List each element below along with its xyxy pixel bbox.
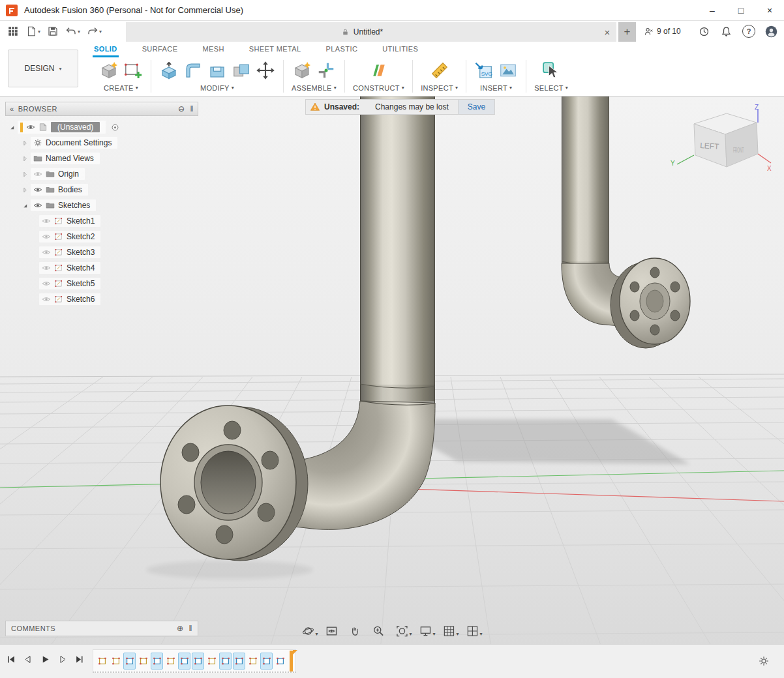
browser-header[interactable]: « BROWSER ⊖ ‖ xyxy=(5,102,198,116)
create-sketch-icon[interactable] xyxy=(123,61,143,80)
create-menu[interactable]: CREATE▾ xyxy=(104,84,138,92)
new-document-tab-button[interactable]: + xyxy=(618,22,636,42)
tab-surface[interactable]: SURFACE xyxy=(141,42,179,57)
measure-icon[interactable] xyxy=(430,61,449,80)
grid-settings[interactable]: ▾ xyxy=(443,625,459,638)
redo-button[interactable]: ▾ xyxy=(85,23,104,40)
view-cube[interactable]: LEFT FRONT Z Y X xyxy=(669,104,774,177)
eye-off-icon[interactable] xyxy=(42,295,51,304)
select-menu[interactable]: SELECT▾ xyxy=(534,84,568,92)
expand-closed-icon[interactable] xyxy=(21,186,29,194)
eye-off-icon[interactable] xyxy=(42,263,51,273)
tab-sheet-metal[interactable]: SHEET METAL xyxy=(248,42,303,57)
expand-open-icon[interactable] xyxy=(8,123,16,132)
timeline-feature[interactable] xyxy=(192,653,204,670)
timeline-track[interactable] xyxy=(93,649,296,673)
tree-root-row[interactable]: (Unsaved) xyxy=(5,119,198,135)
expand-closed-icon[interactable] xyxy=(21,170,29,179)
tab-plastic[interactable]: PLASTIC xyxy=(325,42,359,57)
timeline-feature[interactable] xyxy=(247,653,259,670)
timeline-feature[interactable] xyxy=(205,653,218,670)
comments-panel[interactable]: COMMENTS ⊕ ‖ xyxy=(5,621,198,636)
tree-row-origin[interactable]: Origin xyxy=(5,166,198,182)
go-to-start-button[interactable] xyxy=(7,655,16,664)
panel-minimize-icon[interactable]: ⊖ xyxy=(178,104,185,113)
undo-button[interactable]: ▾ xyxy=(63,23,82,40)
activate-component-icon[interactable] xyxy=(110,123,120,132)
pan-tool[interactable]: ▾ xyxy=(348,625,365,638)
modify-menu[interactable]: MODIFY▾ xyxy=(200,84,234,92)
eye-off-icon[interactable] xyxy=(42,232,51,241)
tab-mesh[interactable]: MESH xyxy=(201,42,225,57)
move-copy-icon[interactable] xyxy=(256,61,275,80)
tab-solid[interactable]: SOLID xyxy=(93,42,119,57)
timeline-feature[interactable] xyxy=(178,653,190,670)
timeline-options-gear-icon[interactable] xyxy=(758,655,770,667)
timeline-feature[interactable] xyxy=(274,653,286,670)
tree-row-named-views[interactable]: Named Views xyxy=(5,151,198,166)
combine-icon[interactable] xyxy=(232,61,251,80)
recent-activity-icon[interactable] xyxy=(698,25,710,38)
help-button[interactable]: ? xyxy=(742,25,755,38)
comments-expand-icon[interactable]: ⊕ xyxy=(177,624,184,633)
collapse-panel-icon[interactable]: « xyxy=(10,105,14,113)
tree-row-document-settings[interactable]: Document Settings xyxy=(5,135,198,151)
timeline-feature[interactable] xyxy=(164,653,177,670)
timeline-feature[interactable] xyxy=(260,653,273,670)
construction-plane-icon[interactable] xyxy=(369,61,389,80)
new-component-icon[interactable] xyxy=(99,61,119,80)
minimize-button[interactable]: – xyxy=(698,0,727,20)
timeline-feature[interactable] xyxy=(110,653,122,670)
step-forward-button[interactable] xyxy=(57,655,67,664)
save-link-button[interactable]: Save xyxy=(458,100,494,114)
step-back-button[interactable] xyxy=(23,655,33,664)
profile-avatar[interactable] xyxy=(765,25,777,38)
document-tab[interactable]: Untitled* xyxy=(126,22,598,42)
insert-canvas-icon[interactable] xyxy=(498,61,518,80)
shell-icon[interactable] xyxy=(207,61,227,80)
eye-off-icon[interactable] xyxy=(33,170,42,179)
expand-closed-icon[interactable] xyxy=(21,139,29,147)
tree-row-sketch3[interactable]: Sketch3 xyxy=(5,244,198,260)
timeline-feature[interactable] xyxy=(219,653,232,670)
viewport-3d[interactable]: « BROWSER ⊖ ‖ (Unsaved) Document xyxy=(0,96,784,644)
tree-row-sketch4[interactable]: Sketch4 xyxy=(5,260,198,276)
eye-icon[interactable] xyxy=(33,201,42,210)
eye-off-icon[interactable] xyxy=(42,216,51,226)
job-status[interactable]: 9 of 10 xyxy=(643,21,681,42)
timeline-feature[interactable] xyxy=(151,653,163,670)
timeline-playhead[interactable] xyxy=(290,651,293,671)
look-at-tool[interactable]: ▾ xyxy=(325,625,341,638)
go-to-end-button[interactable] xyxy=(74,655,84,664)
construct-menu[interactable]: CONSTRUCT▾ xyxy=(353,84,404,92)
expand-closed-icon[interactable] xyxy=(21,155,29,163)
file-menu-button[interactable]: ▾ xyxy=(23,23,42,40)
assemble-new-component-icon[interactable] xyxy=(292,61,312,80)
tree-row-sketch5[interactable]: Sketch5 xyxy=(5,276,198,291)
timeline-feature[interactable] xyxy=(123,653,136,670)
select-tool-icon[interactable] xyxy=(541,61,561,80)
timeline-feature[interactable] xyxy=(137,653,149,670)
eye-icon[interactable] xyxy=(33,185,42,194)
assemble-menu[interactable]: ASSEMBLE▾ xyxy=(292,84,337,92)
tree-row-bodies[interactable]: Bodies xyxy=(5,182,198,198)
fillet-icon[interactable] xyxy=(183,61,203,80)
eye-off-icon[interactable] xyxy=(42,279,51,288)
insert-svg-icon[interactable]: SVG xyxy=(474,61,494,80)
play-button[interactable] xyxy=(40,655,50,664)
close-button[interactable]: × xyxy=(755,0,784,20)
joint-icon[interactable] xyxy=(316,61,336,80)
zoom-tool[interactable]: ▾ xyxy=(372,625,388,638)
timeline-feature[interactable] xyxy=(96,653,108,670)
press-pull-icon[interactable] xyxy=(159,61,179,80)
tree-row-sketches[interactable]: Sketches xyxy=(5,198,198,213)
expand-open-icon[interactable] xyxy=(21,201,29,210)
notifications-bell-icon[interactable] xyxy=(720,25,732,38)
eye-icon[interactable] xyxy=(26,123,35,132)
eye-off-icon[interactable] xyxy=(42,248,51,257)
tree-row-sketch2[interactable]: Sketch2 xyxy=(5,229,198,244)
workspace-selector[interactable]: DESIGN ▾ xyxy=(8,50,78,87)
app-menu-button[interactable] xyxy=(5,23,21,40)
document-tab-close-button[interactable]: × xyxy=(598,22,616,42)
display-settings[interactable]: ▾ xyxy=(419,625,436,638)
